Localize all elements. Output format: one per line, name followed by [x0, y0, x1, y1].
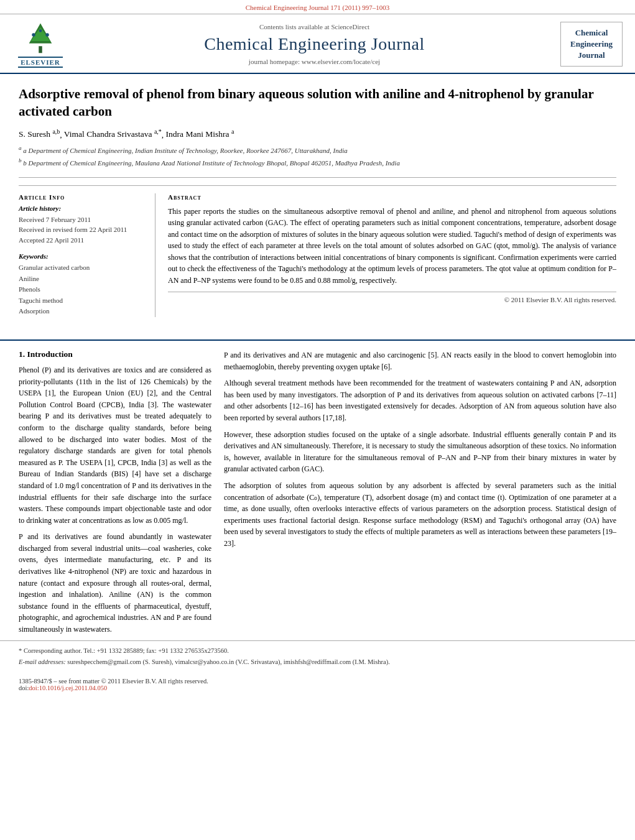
- received-revised-date: Received in revised form 22 April 2011: [19, 224, 142, 235]
- keyword-1: Granular activated carbon: [19, 262, 142, 274]
- body-columns: 1. Introduction Phenol (P) and its deriv…: [0, 339, 635, 640]
- elsevier-label: ELSEVIER: [18, 57, 63, 68]
- logo-line1: Chemical: [565, 27, 618, 39]
- abstract-text: This paper reports the studies on the si…: [168, 206, 616, 287]
- section1-heading: 1. Introduction: [19, 349, 211, 359]
- keyword-5: Adsorption: [19, 306, 142, 317]
- issn-area: 1385-8947/$ – see front matter © 2011 El…: [0, 674, 635, 695]
- svg-point-3: [32, 33, 35, 37]
- accepted-date: Accepted 22 April 2011: [19, 235, 142, 246]
- affiliations: a a Department of Chemical Engineering, …: [19, 144, 616, 177]
- right-para-1: P and its derivatives and AN are mutagen…: [224, 349, 616, 372]
- svg-point-4: [45, 33, 49, 37]
- corresponding-note: * Corresponding author. Tel.: +91 1332 2…: [19, 646, 616, 656]
- doi-label: doi:: [19, 685, 29, 691]
- svg-rect-0: [39, 46, 42, 53]
- right-para-2: Although several treatment methods have …: [224, 377, 616, 423]
- journal-header: ELSEVIER Contents lists available at Sci…: [0, 14, 635, 74]
- logo-line3: Journal: [565, 50, 618, 61]
- sciencedirect-text: Contents lists available at ScienceDirec…: [259, 23, 369, 30]
- article-history: Article history: Received 7 February 201…: [19, 205, 142, 246]
- author-s-suresh: S. Suresh a,b: [19, 129, 60, 139]
- article-info-title: Article Info: [19, 193, 142, 201]
- journal-homepage: journal homepage: www.elsevier.com/locat…: [81, 58, 548, 65]
- email-addresses: sureshpecchem@gmail.com (S. Suresh), vim…: [67, 658, 390, 665]
- left-para-2: P and its derivatives are found abundant…: [19, 531, 211, 635]
- homepage-text: journal homepage: www.elsevier.com/locat…: [249, 58, 380, 65]
- doi-text: doi:doi:10.1016/j.cej.2011.04.050: [19, 685, 616, 691]
- authors-line: S. Suresh a,b, Vimal Chandra Srivastava …: [19, 128, 616, 140]
- left-para-1: Phenol (P) and its derivatives are toxic…: [19, 364, 211, 526]
- received-date: Received 7 February 2011: [19, 215, 142, 225]
- article-title: Adsorptive removal of phenol from binary…: [19, 85, 616, 121]
- keywords-section: Keywords: Granular activated carbon Anil…: [19, 252, 142, 317]
- email-line: E-mail addresses: sureshpecchem@gmail.co…: [19, 657, 616, 667]
- affiliation-b: b b Department of Chemical Engineering, …: [19, 157, 616, 168]
- journal-title-main: Chemical Engineering Journal: [81, 34, 548, 54]
- section1-number: 1.: [19, 349, 25, 359]
- elsevier-logo: ELSEVIER: [12, 21, 68, 68]
- sciencedirect-link: Contents lists available at ScienceDirec…: [81, 23, 548, 30]
- abstract-title: Abstract: [168, 193, 616, 201]
- keyword-2: Aniline: [19, 274, 142, 285]
- body-left-column: 1. Introduction Phenol (P) and its deriv…: [19, 349, 211, 640]
- elsevier-tree-icon: [22, 21, 59, 55]
- doi-value: doi:10.1016/j.cej.2011.04.050: [29, 685, 107, 691]
- history-label: Article history:: [19, 205, 142, 212]
- abstract-section: Abstract This paper reports the studies …: [155, 193, 616, 317]
- footnote-area: * Corresponding author. Tel.: +91 1332 2…: [0, 640, 635, 675]
- svg-point-5: [39, 29, 42, 32]
- copyright-line: © 2011 Elsevier B.V. All rights reserved…: [168, 292, 616, 303]
- journal-center: Contents lists available at ScienceDirec…: [81, 23, 548, 65]
- issn-text: 1385-8947/$ – see front matter © 2011 El…: [19, 678, 616, 685]
- info-abstract-grid: Article Info Article history: Received 7…: [19, 185, 616, 317]
- email-label: E-mail addresses:: [19, 658, 66, 665]
- keyword-3: Phenols: [19, 284, 142, 295]
- affiliation-a: a a Department of Chemical Engineering, …: [19, 144, 616, 155]
- right-para-3: However, these adsorption studies focuse…: [224, 429, 616, 475]
- author-vimal: Vimal Chandra Srivastava a,*: [64, 129, 162, 139]
- author-indra: Indra Mani Mishra a: [166, 129, 234, 139]
- body-right-column: P and its derivatives and AN are mutagen…: [224, 349, 616, 640]
- section1-title: Introduction: [27, 349, 73, 359]
- keyword-4: Taguchi method: [19, 295, 142, 307]
- page-wrapper: Chemical Engineering Journal 171 (2011) …: [0, 0, 635, 840]
- top-bar: Chemical Engineering Journal 171 (2011) …: [0, 0, 635, 14]
- article-info-column: Article Info Article history: Received 7…: [19, 193, 155, 317]
- keywords-label: Keywords:: [19, 252, 142, 260]
- journal-logo-right: Chemical Engineering Journal: [560, 22, 623, 67]
- logo-line2: Engineering: [565, 39, 618, 50]
- journal-reference: Chemical Engineering Journal 171 (2011) …: [246, 4, 389, 11]
- right-para-4: The adsorption of solutes from aqueous s…: [224, 480, 616, 550]
- article-content: Adsorptive removal of phenol from binary…: [0, 74, 635, 339]
